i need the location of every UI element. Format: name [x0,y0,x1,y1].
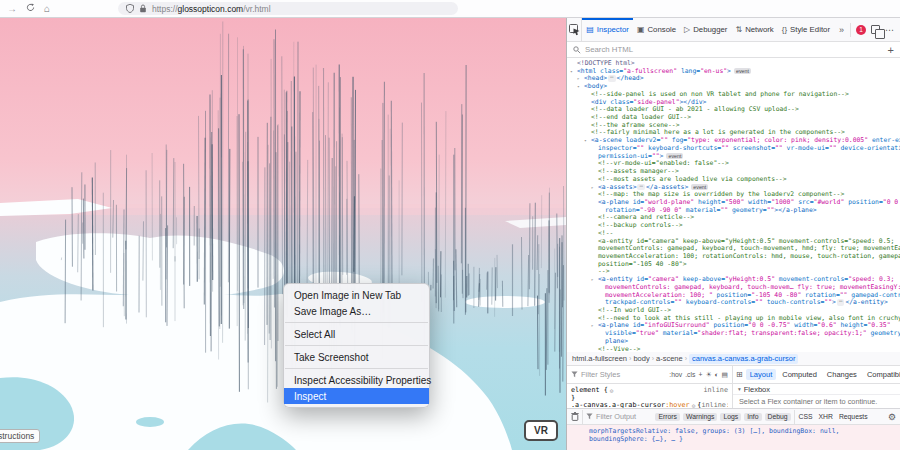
rules-and-layout-panes: element { ⊙ inline } .a-canvas.a-grab-cu… [567,384,900,408]
data-spike [529,203,530,289]
tab-console[interactable]: ▣Console [633,18,680,41]
markup-line[interactable]: ▸<head>⋯</head> [567,75,900,83]
debugger-icon: ▷ [684,25,690,34]
console-icon: ▣ [637,25,645,34]
breadcrumb-item[interactable]: a-scene [656,354,683,363]
node-picker-icon[interactable] [567,18,582,41]
rule-selector: element [571,386,600,394]
code-segment: "en-us" [700,67,727,75]
rule-source-link[interactable]: inline [703,386,728,394]
element-rule[interactable]: element { ⊙ inline [571,386,728,394]
error-count-badge[interactable]: 1 [856,25,866,35]
console-filter-debug[interactable]: Debug [765,413,791,421]
expand-arrow-icon[interactable]: ▾ [570,68,577,76]
console-settings-icon[interactable]: ⚙ [888,412,896,422]
markup-line[interactable]: position="-105 40 -80"> [567,261,900,269]
rule-brace: { [604,386,608,394]
data-spike [563,265,564,382]
sidebar-tab-layout[interactable]: Layout [746,369,777,380]
collapsed-ellipsis[interactable]: ⋯ [837,299,845,305]
code-segment: keyboard-controls= [682,298,755,306]
class-toggle[interactable]: .cls [685,371,695,378]
filter-styles-input[interactable]: Filter Styles [581,370,620,379]
search-html-input[interactable]: Search HTML [585,45,633,54]
collapsed-ellipsis[interactable]: ⋯ [637,184,645,190]
add-rule-icon[interactable]: + [698,371,702,378]
sidebar-tab-computed[interactable]: Computed [778,369,821,380]
console-filter-logs[interactable]: Logs [720,413,741,421]
tab-style-editor[interactable]: {}Style Editor [778,18,834,41]
expand-arrow-icon[interactable]: ▸ [591,276,598,284]
context-menu-item-select-all[interactable]: Select All [284,326,429,342]
context-menu-item-save-image-as[interactable]: Save Image As… [284,303,429,319]
breadcrumb-separator: › [685,355,687,362]
next-rule-clipped[interactable]: .a-canvas.a-grab-cursor:hover ⊙ { inline… [571,402,728,408]
expand-arrow-icon[interactable]: ▾ [577,83,584,91]
context-menu-item-inspect-accessibility-properties[interactable]: Inspect Accessibility Properties [284,372,429,388]
pane-toggle-icon[interactable]: ⊞ [736,370,743,379]
highlight-rule-icon[interactable]: ⊙ [610,387,614,394]
responsive-design-mode-icon[interactable] [871,25,880,34]
expand-arrow-icon[interactable]: ▸ [577,75,584,83]
code-segment: "#world" [814,198,845,206]
url-path: /vr.html [243,4,270,14]
lock-icon[interactable] [139,4,147,13]
forward-icon[interactable]: → [7,4,17,14]
tab-network[interactable]: ⇅Network [731,18,777,41]
url-bar[interactable]: https://glossopticon.com/vr.html [118,2,458,15]
code-segment: > [727,67,731,75]
context-menu-item-take-screenshot[interactable]: Take Screenshot [284,349,429,365]
instructions-chip[interactable]: structions [0,429,40,443]
pseudo-class-toggle[interactable]: :hov [669,371,682,378]
tab-debugger[interactable]: ▷Debugger [680,18,731,41]
breadcrumb-item[interactable]: html.a-fullscreen [572,354,627,363]
clear-console-icon[interactable] [571,412,579,421]
expand-arrow-icon[interactable]: ▾ [584,137,591,145]
home-icon[interactable]: ⌂ [44,4,50,14]
highlight-rule-icon[interactable]: ⊙ [692,402,696,408]
console-filter-info[interactable]: Info [744,413,761,421]
console-filter-errors[interactable]: Errors [655,413,680,421]
data-spike [83,199,84,259]
light-scheme-icon[interactable]: ☀ [705,371,711,379]
data-spike [300,91,301,303]
devtools-menu-icon[interactable]: ⋯ [885,25,895,35]
filter-output-input[interactable]: Filter Output [596,412,636,421]
url-text: https://glossopticon.com/vr.html [152,4,271,14]
console-category-css[interactable]: CSS [798,413,814,420]
console-filter-warnings[interactable]: Warnings [683,413,717,421]
next-rule-source-link[interactable]: inline:2 [701,402,728,408]
code-segment: vr-mode-ui= [783,144,829,152]
console-output[interactable]: morphTargetsRelative: false, groups: (3)… [567,425,900,450]
code-segment: "" [829,144,837,152]
console-category-xhr[interactable]: XHR [818,413,834,420]
sidebar-tab-compatibility[interactable]: Compatibility [863,369,900,380]
vr-mode-button[interactable]: VR [524,420,558,441]
breadcrumb-item[interactable]: canvas.a-canvas.a-grab-cursor [689,354,798,364]
sidebar-tab-changes[interactable]: Changes [823,369,861,380]
more-tabs-icon[interactable]: » [839,25,845,35]
inspector-icon: ▤ [586,25,594,34]
shield-icon[interactable] [126,4,134,13]
tab-label: Inspector [597,25,629,34]
console-category-requests[interactable]: Requests [838,413,869,420]
expand-arrow-icon[interactable]: ▸ [591,184,598,192]
collapsed-ellipsis[interactable]: ⋯ [608,75,616,81]
tab-inspector[interactable]: ▤Inspector [582,18,633,41]
context-menu-item-open-image-in-new-tab[interactable]: Open Image in New Tab [284,287,429,303]
expand-arrow-icon[interactable]: ▸ [591,322,598,330]
code-segment: "" [720,206,728,214]
breadcrumb-separator: › [652,355,654,362]
event-badge: event [666,153,683,159]
code-segment: "0 0 0" [883,198,900,206]
print-sim-icon[interactable]: ▤ [722,371,728,379]
dark-scheme-icon[interactable]: ◐ [714,371,718,378]
console-filter-buttons: ErrorsWarningsLogsInfoDebug [655,413,790,421]
context-menu-item-inspect[interactable]: Inspect [284,388,429,404]
reload-icon[interactable] [26,3,35,14]
markup-line[interactable]: <!--backup controls--> [567,222,900,230]
code-segment: "" [755,298,763,306]
breadcrumb-item[interactable]: body [633,354,649,363]
add-node-icon[interactable]: + [888,45,894,55]
flexbox-section-header[interactable]: ▾ Flexbox [733,384,900,395]
